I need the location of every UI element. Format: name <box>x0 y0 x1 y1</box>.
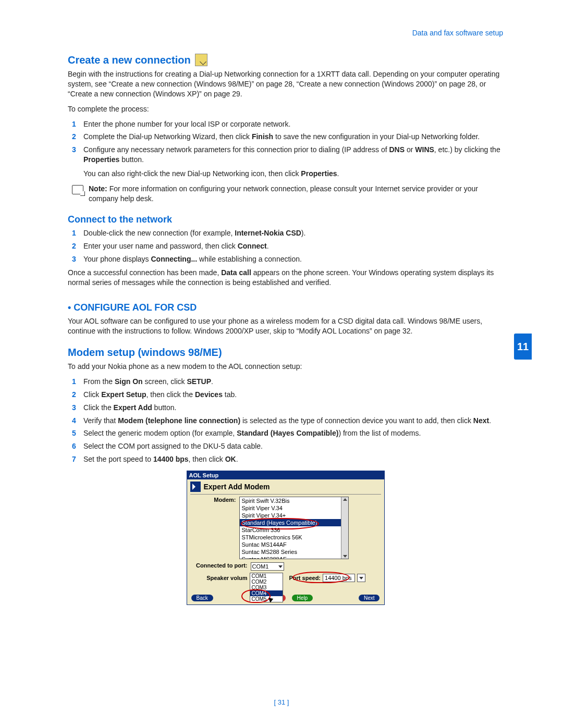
modem-option[interactable]: Spirit Viper V.34 <box>240 504 348 512</box>
step-item: 3Your phone displays Connecting... while… <box>68 254 503 264</box>
modem-option[interactable]: Suntac MS144AF <box>240 541 348 548</box>
connection-icon <box>195 54 207 66</box>
aol-dialog-title: Expert Add Modem <box>204 483 270 491</box>
next-button[interactable]: Next <box>359 595 380 601</box>
intro-configure-aol: Your AOL software can be configured to u… <box>68 316 503 336</box>
heading-modem-setup: Modem setup (windows 98/ME) <box>68 347 503 359</box>
step-item: 2Enter your user name and password, then… <box>68 241 503 251</box>
aol-setup-dialog: AOL Setup Expert Add Modem Modem: Spirit… <box>187 471 385 605</box>
annotation-circle-icon <box>241 589 271 603</box>
heading-create-connection: Create a new connection <box>68 54 503 66</box>
step-item: 2Complete the Dial-up Networking Wizard,… <box>68 132 503 142</box>
step-item: 5Select the generic modem option (for ex… <box>68 428 503 438</box>
heading-text: Modem setup (windows 98/ME) <box>68 347 222 359</box>
modem-label: Modem: <box>190 497 236 503</box>
modem-option[interactable]: Suntac MS288AF <box>240 556 348 559</box>
step-item: 7Set the port speed to 14400 bps, then c… <box>68 454 503 464</box>
step-item: 3Configure any necessary network paramet… <box>68 145 503 165</box>
heading-configure-aol: • CONFIGURE AOL FOR CSD <box>68 302 503 313</box>
chevron-down-icon <box>359 577 363 579</box>
step-item: 2Click Expert Setup, then click the Devi… <box>68 390 503 400</box>
intro-modem-setup: To add your Nokia phone as a new modem t… <box>68 362 503 372</box>
step-item: 1From the Sign On screen, click SETUP. <box>68 377 503 387</box>
step-item: 6Select the COM port assigned to the DKU… <box>68 441 503 451</box>
modem-option[interactable]: Suntac MS288 Series <box>240 548 348 556</box>
heading-connect-network: Connect to the network <box>68 214 503 225</box>
help-button[interactable]: Help <box>292 595 313 601</box>
modem-option[interactable]: STMicroelectronics 56K <box>240 534 348 541</box>
step-item: 3Click the Expert Add button. <box>68 403 503 413</box>
note-text: Note: For more information on configurin… <box>89 184 503 204</box>
steps-list-1: 1Enter the phone number for your local I… <box>68 119 503 165</box>
connected-port-label: Connected to port: <box>190 562 248 569</box>
heading-text: Create a new connection <box>68 54 191 66</box>
step-item: 1Double-click the new connection (for ex… <box>68 228 503 238</box>
com-port-option[interactable]: COM1 <box>250 573 283 579</box>
page-number: [ 31 ] <box>0 698 563 706</box>
modem-listbox[interactable]: Spirit Swift V.32BisSpirit Viper V.34Spi… <box>239 497 349 559</box>
annotation-circle-icon <box>292 572 350 583</box>
chevron-down-icon <box>278 565 283 568</box>
scrollbar[interactable] <box>341 497 348 559</box>
intro-paragraph: Begin with the instructions for creating… <box>68 69 503 99</box>
com-port-option[interactable]: COM2 <box>250 579 283 585</box>
note-icon <box>72 185 83 194</box>
connected-port-value: COM1 <box>252 563 269 570</box>
chapter-tab: 11 <box>514 334 532 360</box>
header-section: Data and fax software setup <box>412 29 503 37</box>
after-paragraph-2: Once a successful connection has been ma… <box>68 268 503 288</box>
port-speed-arrow[interactable] <box>357 574 365 582</box>
steps-list-4: 1From the Sign On screen, click SETUP.2C… <box>68 377 503 464</box>
lead-line: To complete the process: <box>68 104 503 114</box>
step-item: 1Enter the phone number for your local I… <box>68 119 503 129</box>
back-button[interactable]: Back <box>191 595 213 601</box>
annotation-circle-icon <box>241 518 319 529</box>
after-step-note: You can also right-click the new Dial-up… <box>68 169 503 179</box>
aol-window-title: AOL Setup <box>187 471 384 479</box>
step-item: 4Verify that Modem (telephone line conne… <box>68 416 503 426</box>
note-row: Note: For more information on configurin… <box>68 184 503 204</box>
aol-logo-icon <box>190 482 201 492</box>
modem-option[interactable]: Spirit Swift V.32Bis <box>240 497 348 504</box>
steps-list-2: 1Double-click the new connection (for ex… <box>68 228 503 264</box>
connected-port-select[interactable]: COM1 <box>251 562 284 571</box>
speaker-volume-label: Speaker volum <box>190 575 248 581</box>
